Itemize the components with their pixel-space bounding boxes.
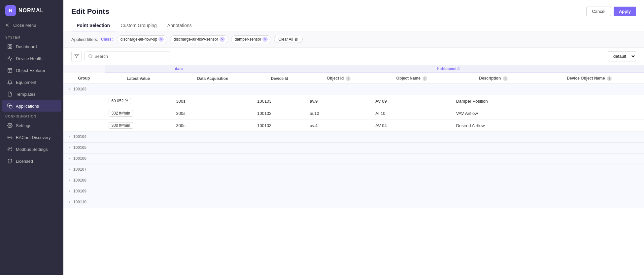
clear-all-label: Clear All [278, 37, 293, 42]
cell-group [63, 107, 105, 120]
close-menu-button[interactable]: Close Menu [0, 20, 63, 33]
filter-button[interactable] [71, 51, 82, 61]
svg-rect-2 [10, 47, 12, 49]
table-row: 100107 [63, 164, 644, 175]
tab-custom-grouping[interactable]: Custom Grouping [115, 20, 162, 31]
cell-description: Damper Position [452, 95, 534, 107]
expand-group-100110[interactable]: 100110 [67, 200, 86, 204]
expand-group-100103[interactable]: 100103 [67, 87, 86, 91]
cell-device-id: 100103 [253, 120, 306, 132]
col-group: Group [63, 73, 105, 84]
source-empty [63, 65, 105, 73]
chevron-right-icon [67, 189, 71, 193]
chevron-right-icon [67, 200, 71, 204]
clear-all-button[interactable]: Clear All 🗑 [274, 36, 303, 43]
cell-latest-value: 300 ft²/min [105, 120, 172, 132]
col-names-row: Group Latest Value Data Acquisition Devi… [63, 73, 644, 84]
table-row: 69.052 % 300s 100103 av.9 AV 09 Damper P… [63, 95, 644, 107]
sidebar-item-licensed[interactable]: Licensed [2, 155, 61, 167]
cell-data-acquisition: 300s [172, 107, 254, 120]
close-menu-icon [5, 22, 11, 28]
file-icon [7, 91, 13, 97]
sidebar-item-templates[interactable]: Templates [2, 88, 61, 100]
sidebar-item-equipment-label: Equipment [16, 80, 36, 85]
cell-device-object-name [534, 120, 644, 132]
group-header-100103: 100103 [63, 84, 644, 95]
tab-point-selection[interactable]: Point Selection [71, 20, 115, 31]
chevron-right-icon [67, 146, 71, 150]
col-latest-value: Latest Value [105, 73, 172, 84]
logo-text: NORMAL [18, 8, 44, 14]
svg-rect-7 [9, 105, 12, 108]
col-description: Description i [452, 73, 534, 84]
group-id-100103: 100103 [73, 87, 86, 91]
close-menu-label: Close Menu [13, 23, 36, 28]
filters-label: Applied filters: [71, 37, 98, 42]
expand-group-100109[interactable]: 100109 [67, 189, 86, 193]
search-input[interactable] [94, 54, 167, 59]
sidebar-item-object-explorer-label: Object Explorer [16, 68, 46, 73]
default-select[interactable]: default [608, 51, 636, 61]
sidebar-item-equipment[interactable]: Equipment [2, 77, 61, 88]
activity-icon [7, 56, 13, 61]
source-bacnet: hpl:bacnet:1 [253, 65, 644, 73]
svg-marker-19 [75, 54, 79, 58]
sidebar-item-object-explorer[interactable]: Object Explorer [2, 65, 61, 76]
logo: N NORMAL [0, 0, 63, 20]
sidebar-item-templates-label: Templates [16, 92, 35, 97]
layout-icon [7, 68, 13, 73]
filter-chip-1: discharge-air-flow-sp ✕ [117, 35, 167, 43]
sidebar-item-device-health[interactable]: Device Health [2, 53, 61, 64]
expand-group-100108[interactable]: 100108 [67, 178, 86, 183]
expand-group-100107[interactable]: 100107 [67, 167, 86, 172]
shield-icon [7, 158, 13, 164]
configuration-section-label: CONFIGURATION [0, 112, 63, 120]
group-header-100109: 100109 [63, 186, 644, 197]
sidebar-item-bacnet-discovery[interactable]: BACnet Discovery [2, 132, 61, 143]
table-row: 100103 [63, 84, 644, 95]
col-object-id: Object Id i [306, 73, 372, 84]
svg-rect-0 [8, 45, 10, 46]
chevron-right-icon [67, 167, 71, 171]
expand-group-100105[interactable]: 100105 [67, 145, 86, 150]
table-row: 300 ft²/min 300s 100103 av.4 AV 04 Desir… [63, 120, 644, 132]
chevron-right-icon [67, 156, 71, 160]
filter-chip-3: damper-sensor ✕ [231, 35, 272, 43]
device-object-name-info-icon: i [607, 76, 612, 81]
bell-icon [7, 80, 13, 85]
filter-chip-1-value: discharge-air-flow-sp [120, 37, 157, 42]
filter-icon [74, 54, 79, 58]
source-data: data [105, 65, 254, 73]
expand-group-100104[interactable]: 100104 [67, 134, 86, 139]
filter-chip-1-remove[interactable]: ✕ [158, 37, 164, 42]
copy-icon [7, 103, 13, 109]
sidebar-item-settings[interactable]: Settings [2, 120, 61, 131]
filter-chip-2: discharge-air-flow-sensor ✕ [170, 35, 228, 43]
filter-chip-3-remove[interactable]: ✕ [262, 37, 268, 42]
clear-all-icon: 🗑 [294, 37, 298, 42]
filter-class-label: Class: [101, 37, 113, 42]
svg-line-21 [91, 57, 92, 57]
cell-description: Desired Airflow [452, 120, 534, 132]
group-header-100108: 100108 [63, 175, 644, 186]
svg-point-9 [10, 137, 11, 138]
sidebar-item-modbus-settings[interactable]: Modbus Settings [2, 144, 61, 155]
description-info-icon: i [503, 76, 508, 81]
group-header-100104: 100104 [63, 132, 644, 143]
group-id-100109: 100109 [73, 189, 86, 193]
apply-button[interactable]: Apply [614, 7, 636, 16]
cell-object-name: AV 04 [371, 120, 452, 132]
tab-annotations[interactable]: Annotations [162, 20, 197, 31]
cancel-button[interactable]: Cancel [586, 7, 611, 16]
sidebar-item-dashboard-label: Dashboard [16, 44, 37, 49]
page-title: Edit Points [71, 7, 109, 16]
main-content: Edit Points Cancel Apply Point Selection… [63, 0, 644, 275]
svg-rect-1 [10, 45, 12, 46]
filter-chip-2-remove[interactable]: ✕ [220, 37, 225, 42]
grid-icon [7, 44, 13, 49]
sidebar-item-applications[interactable]: Applications [2, 100, 61, 112]
expand-group-100106[interactable]: 100106 [67, 156, 86, 161]
sidebar-item-dashboard[interactable]: Dashboard [2, 41, 61, 52]
search-icon [88, 54, 92, 58]
chevron-right-icon [67, 178, 71, 182]
